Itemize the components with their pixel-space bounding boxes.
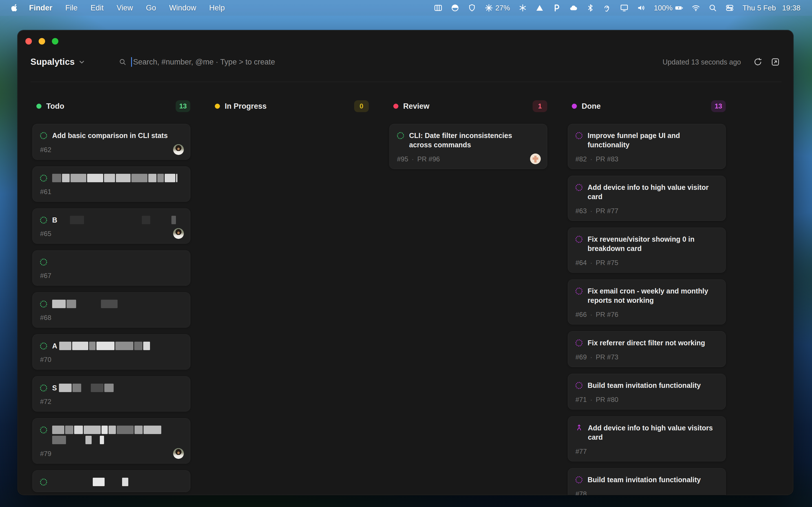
column-cards: Add basic comparison in CLI stats#62#61B… — [33, 124, 190, 492]
status-dotted-circle-icon — [40, 175, 47, 182]
task-card[interactable]: CLI: Date filter inconsistencies across … — [389, 124, 547, 169]
redaction-block — [85, 300, 100, 308]
card-meta: #65 — [40, 230, 183, 238]
volume-icon[interactable] — [633, 4, 650, 12]
task-card[interactable]: #61 — [33, 166, 190, 202]
control-center-icon[interactable] — [721, 4, 738, 12]
menu-item-file[interactable]: File — [59, 4, 84, 12]
column-cards: CLI: Date filter inconsistencies across … — [389, 124, 547, 169]
bluetooth-icon[interactable] — [582, 4, 599, 12]
redacted-title: A — [52, 341, 182, 350]
workspace-title: Supalytics — [31, 57, 75, 67]
redaction-block — [118, 300, 128, 308]
card-meta: #67 — [40, 272, 183, 280]
task-card[interactable]: Fix email cron - weekly and monthly repo… — [568, 279, 726, 325]
status-dot — [215, 104, 220, 109]
card-title: Build team invitation functionality — [588, 381, 701, 390]
menu-item-window[interactable]: Window — [163, 4, 203, 12]
redacted-text-row — [52, 436, 182, 444]
menu-bar-status: 27%100%Thu 5 Feb19:38 — [430, 4, 812, 12]
cloud-icon[interactable] — [565, 4, 582, 12]
display-icon[interactable] — [616, 4, 633, 12]
window-tiling-icon[interactable] — [430, 4, 447, 12]
column-done: Done13Improve funnel page UI and functio… — [568, 100, 726, 495]
triangle-icon[interactable] — [531, 4, 548, 12]
redaction-block — [70, 174, 86, 182]
task-card[interactable]: Fix referrer direct filter not working#6… — [568, 331, 726, 367]
search-input[interactable] — [133, 57, 348, 67]
issue-number: #82 — [575, 155, 587, 163]
menu-item-go[interactable]: Go — [140, 4, 163, 12]
window-header: Supalytics Updated 13 seconds ago — [17, 30, 794, 82]
card-title: Build team invitation functionality — [588, 475, 701, 485]
task-card[interactable]: Add device info to high value visitors c… — [568, 416, 726, 461]
issue-number: #77 — [575, 448, 587, 455]
half-circle-icon[interactable] — [447, 4, 463, 12]
status-dotted-circle-icon — [40, 342, 47, 349]
redacted-text-row: A — [52, 342, 182, 350]
hearing-icon[interactable] — [599, 4, 616, 12]
card-meta: #71·PR #80 — [575, 396, 718, 404]
issue-number: #67 — [40, 272, 51, 280]
apple-menu-icon[interactable] — [10, 4, 18, 12]
task-card[interactable]: S#72 — [33, 376, 190, 411]
card-title: Add device info to high value visitors c… — [588, 424, 715, 442]
workspace-switcher[interactable]: Supalytics — [31, 57, 86, 67]
menu-item-finder[interactable]: Finder — [22, 4, 59, 12]
close-window-button[interactable] — [26, 38, 32, 45]
card-head: Build team invitation functionality — [575, 475, 718, 485]
card-meta: #68 — [40, 314, 183, 322]
redaction-block — [140, 478, 153, 486]
battery-icon[interactable]: 100% — [650, 4, 688, 12]
p-logo-icon[interactable] — [548, 4, 565, 12]
task-card[interactable]: #79 — [33, 418, 190, 464]
task-card[interactable]: A#70 — [33, 334, 190, 370]
pr-number: PR #96 — [417, 155, 440, 163]
redaction-block — [72, 384, 82, 392]
refresh-button[interactable] — [752, 56, 764, 68]
bot-avatar — [530, 154, 541, 164]
issue-number: #65 — [40, 230, 51, 238]
redaction-block — [157, 174, 164, 182]
redaction-block — [129, 478, 139, 486]
status-dotted-circle-icon — [575, 184, 582, 191]
wifi-icon[interactable] — [688, 4, 704, 12]
menu-item-edit[interactable]: Edit — [84, 4, 110, 12]
status-dotted-circle-icon — [575, 339, 582, 346]
keyboard-brightness-icon[interactable]: 27% — [480, 4, 514, 12]
task-card[interactable]: Add basic comparison in CLI stats#62 — [33, 124, 190, 160]
asterisk-icon[interactable] — [514, 4, 531, 12]
search-box[interactable] — [119, 57, 348, 67]
card-head: Build team invitation functionality — [575, 381, 718, 390]
task-card[interactable]: Improve funnel page UI and functionality… — [568, 124, 726, 169]
issue-number: #64 — [575, 259, 587, 267]
menu-item-view[interactable]: View — [110, 4, 140, 12]
card-head — [40, 299, 183, 308]
redacted-title: S — [52, 383, 182, 392]
task-card[interactable]: Build team invitation functionality#78 — [568, 468, 726, 495]
meta-separator: · — [590, 207, 592, 215]
task-card[interactable]: Fix revenue/visitor showing 0 in breakdo… — [568, 228, 726, 273]
task-card[interactable]: #67 — [33, 250, 190, 286]
menubar-date[interactable]: Thu 5 Feb — [738, 4, 777, 12]
spotlight-icon[interactable] — [704, 4, 721, 12]
task-card[interactable]: B#65 — [33, 209, 190, 244]
minimize-window-button[interactable] — [39, 38, 45, 45]
open-external-button[interactable] — [769, 56, 781, 68]
redaction-block — [66, 300, 76, 308]
zoom-window-button[interactable] — [52, 38, 58, 45]
redaction-block — [77, 300, 84, 308]
task-card[interactable] — [33, 470, 190, 492]
shield-icon[interactable] — [463, 4, 480, 12]
menu-item-help[interactable]: Help — [203, 4, 232, 12]
column-header-done: Done13 — [568, 100, 726, 112]
assignee-avatar — [173, 228, 184, 239]
redacted-text-row — [52, 426, 182, 434]
menubar-clock[interactable]: 19:38 — [777, 4, 805, 12]
column-todo: Todo13Add basic comparison in CLI stats#… — [33, 100, 190, 495]
task-card[interactable]: Add device info to high value visitor ca… — [568, 176, 726, 221]
card-head: Fix referrer direct filter not working — [575, 338, 718, 348]
redacted-lead-letter: S — [52, 384, 57, 392]
task-card[interactable]: Build team invitation functionality#71·P… — [568, 374, 726, 409]
task-card[interactable]: #68 — [33, 292, 190, 328]
